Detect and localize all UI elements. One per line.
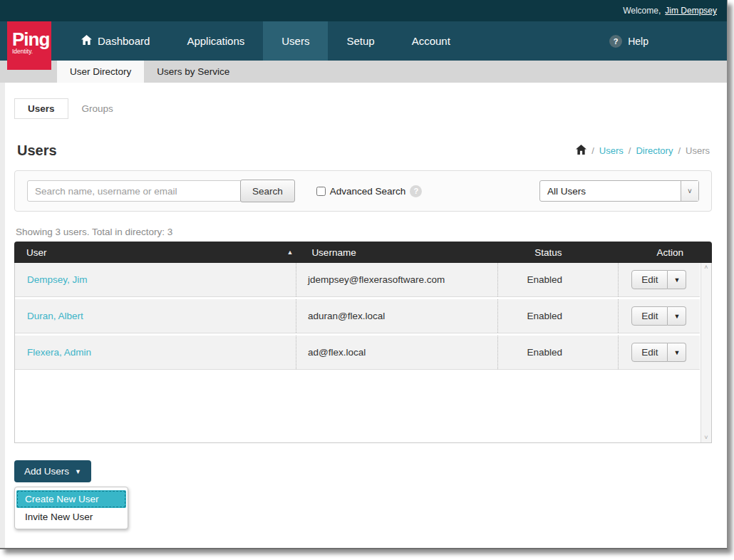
chevron-down-icon: ˅ bbox=[681, 181, 698, 201]
column-header-user-label: User bbox=[26, 247, 47, 258]
user-name-link[interactable]: Dempsey, Jim bbox=[27, 274, 88, 285]
users-table: User ▲ Username Status Action Dempsey, J… bbox=[14, 242, 712, 443]
tab-groups[interactable]: Groups bbox=[68, 98, 127, 119]
title-row: Users / Users / Directory / Users bbox=[14, 142, 712, 159]
advanced-search-checkbox[interactable] bbox=[316, 187, 326, 196]
edit-button[interactable]: Edit bbox=[631, 306, 668, 326]
nav-applications[interactable]: Applications bbox=[168, 21, 263, 61]
home-icon bbox=[81, 35, 92, 47]
edit-caret-icon[interactable]: ▼ bbox=[668, 270, 686, 289]
breadcrumb-current: Users bbox=[686, 145, 710, 156]
tab-users[interactable]: Users bbox=[14, 98, 68, 119]
edit-caret-icon[interactable]: ▼ bbox=[668, 343, 686, 362]
scroll-down-icon[interactable]: ˅ bbox=[704, 435, 708, 441]
menu-item-create-new-user[interactable]: Create New User bbox=[16, 490, 126, 508]
section-tabs: Users Groups bbox=[14, 83, 712, 119]
app-window: Welcome, Jim Dempsey Ping Identity. Dash… bbox=[0, 0, 728, 549]
advanced-search-help-icon[interactable]: ? bbox=[410, 185, 422, 197]
edit-button[interactable]: Edit bbox=[631, 270, 668, 289]
nav-setup[interactable]: Setup bbox=[328, 21, 393, 61]
table-row: Flexera, Admin ad@flex.local Enabled Edi… bbox=[15, 336, 700, 370]
breadcrumb-link-users[interactable]: Users bbox=[599, 145, 624, 156]
edit-button[interactable]: Edit bbox=[631, 343, 668, 362]
table-header: User ▲ Username Status Action bbox=[14, 242, 712, 263]
caret-down-icon: ▼ bbox=[75, 468, 81, 475]
add-users-button[interactable]: Add Users ▼ bbox=[14, 460, 91, 482]
menu-item-invite-new-user[interactable]: Invite New User bbox=[16, 508, 126, 526]
status-value: Enabled bbox=[527, 311, 562, 321]
logo-text: Ping bbox=[12, 31, 51, 47]
table-row: Duran, Albert aduran@flex.local Enabled … bbox=[15, 299, 700, 333]
search-button[interactable]: Search bbox=[240, 180, 295, 202]
help-icon: ? bbox=[609, 35, 622, 48]
user-name-link[interactable]: Flexera, Admin bbox=[27, 347, 91, 358]
breadcrumb-separator: / bbox=[678, 145, 681, 156]
advanced-search-label: Advanced Search bbox=[330, 186, 406, 197]
scroll-up-icon[interactable]: ˄ bbox=[704, 264, 708, 271]
advanced-search-wrap: Advanced Search ? bbox=[316, 185, 423, 197]
search-input[interactable] bbox=[27, 180, 241, 202]
column-header-action: Action bbox=[628, 247, 712, 258]
nav-setup-label: Setup bbox=[346, 35, 374, 47]
nav-dashboard-label: Dashboard bbox=[98, 35, 150, 47]
column-header-status[interactable]: Status bbox=[506, 247, 628, 258]
table-row: Dempsey, Jim jdempsey@flexerasoftware.co… bbox=[15, 263, 700, 297]
table-scrollbar[interactable]: ˄ ˅ bbox=[701, 263, 711, 442]
add-users-label: Add Users bbox=[24, 466, 69, 477]
tab-users-by-service-label: Users by Service bbox=[157, 66, 229, 77]
ping-identity-logo: Ping Identity. bbox=[7, 21, 51, 70]
nav-users[interactable]: Users bbox=[263, 21, 328, 61]
nav-dashboard[interactable]: Dashboard bbox=[63, 21, 168, 61]
current-user-link[interactable]: Jim Dempsey bbox=[665, 6, 717, 16]
username-value: aduran@flex.local bbox=[308, 311, 385, 321]
search-panel: Search Advanced Search ? All Users ˅ bbox=[14, 170, 712, 212]
status-value: Enabled bbox=[527, 347, 562, 358]
nav-users-label: Users bbox=[281, 35, 309, 47]
page-title: Users bbox=[17, 142, 57, 159]
breadcrumb-separator: / bbox=[629, 145, 631, 156]
welcome-label: Welcome, bbox=[623, 6, 661, 16]
column-header-username[interactable]: Username bbox=[300, 247, 506, 258]
nav-applications-label: Applications bbox=[187, 35, 244, 47]
tab-users-label: Users bbox=[28, 103, 55, 114]
tab-user-directory[interactable]: User Directory bbox=[57, 61, 144, 83]
breadcrumb: / Users / Directory / Users bbox=[576, 145, 710, 157]
tab-user-directory-label: User Directory bbox=[70, 66, 131, 77]
edit-caret-icon[interactable]: ▼ bbox=[668, 306, 686, 326]
top-strip: Welcome, Jim Dempsey bbox=[0, 0, 727, 21]
status-value: Enabled bbox=[527, 274, 562, 285]
username-value: ad@flex.local bbox=[308, 347, 366, 358]
breadcrumb-home-icon[interactable] bbox=[576, 145, 586, 157]
help-label: Help bbox=[628, 36, 648, 47]
nav-account-label: Account bbox=[412, 35, 450, 47]
breadcrumb-separator: / bbox=[591, 145, 594, 156]
edit-split-button: Edit ▼ bbox=[631, 270, 686, 289]
edit-split-button: Edit ▼ bbox=[631, 343, 686, 362]
main-navbar: Ping Identity. Dashboard Applications Us… bbox=[0, 21, 727, 61]
user-filter-value: All Users bbox=[540, 186, 681, 197]
results-summary: Showing 3 users. Total in directory: 3 bbox=[16, 227, 712, 237]
nav-account[interactable]: Account bbox=[393, 21, 469, 61]
table-body: Dempsey, Jim jdempsey@flexerasoftware.co… bbox=[14, 263, 712, 443]
user-name-link[interactable]: Duran, Albert bbox=[27, 311, 83, 321]
tab-groups-label: Groups bbox=[82, 103, 113, 114]
breadcrumb-link-directory[interactable]: Directory bbox=[636, 145, 673, 156]
page-body: Users Groups Users / Users / Directory /… bbox=[5, 83, 727, 549]
secondary-tab-strip: User Directory Users by Service bbox=[0, 61, 727, 83]
edit-split-button: Edit ▼ bbox=[631, 306, 686, 326]
add-users-menu: Create New User Invite New User bbox=[14, 487, 128, 529]
help-button[interactable]: ? Help bbox=[609, 21, 727, 61]
column-header-user[interactable]: User ▲ bbox=[14, 247, 300, 258]
user-filter-select[interactable]: All Users ˅ bbox=[539, 180, 699, 202]
username-value: jdempsey@flexerasoftware.com bbox=[308, 274, 445, 285]
tab-users-by-service[interactable]: Users by Service bbox=[144, 61, 242, 83]
sort-asc-icon[interactable]: ▲ bbox=[286, 249, 300, 256]
